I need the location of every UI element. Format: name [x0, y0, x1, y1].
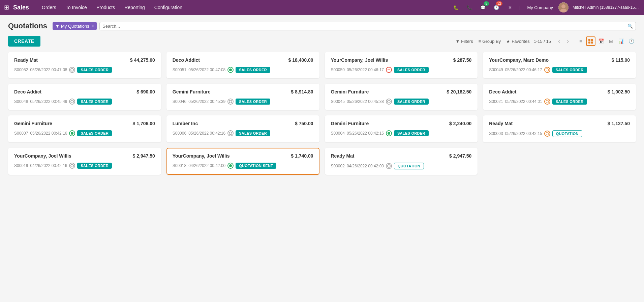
nav-to-invoice[interactable]: To Invoice	[61, 0, 92, 15]
status-icon	[69, 163, 75, 169]
list-view-button[interactable]: ≡	[576, 36, 585, 46]
status-icon	[227, 99, 234, 105]
quotation-card[interactable]: Deco Addict $ 18,400.00 S00051 05/26/202…	[166, 52, 319, 78]
quotation-card[interactable]: Deco Addict $ 1,002.50 S00021 05/26/2022…	[483, 84, 636, 110]
chart-view-button[interactable]: 📊	[616, 36, 626, 46]
status-badge: Sales Order	[552, 99, 587, 105]
activity-view-button[interactable]: 🕐	[626, 36, 636, 46]
card-order-number: S00050	[331, 67, 345, 72]
quotation-card[interactable]: Ready Mat $ 2,947.50 S00002 04/26/2022 0…	[325, 148, 478, 175]
card-customer-name: Ready Mat	[489, 121, 513, 126]
svg-point-19	[386, 99, 392, 104]
status-badge: Sales Order	[236, 99, 270, 105]
card-amount: $ 1,740.00	[291, 153, 313, 159]
my-quotations-filter-tag[interactable]: ▼ My Quotations ×	[53, 22, 97, 30]
bug-icon-btn[interactable]: 🐛	[451, 2, 461, 13]
top-navigation: ⊞ Sales Orders To Invoice Products Repor…	[0, 0, 644, 15]
create-button[interactable]: CREATE	[8, 36, 40, 47]
phone-icon-btn[interactable]: 📞	[464, 2, 475, 13]
card-bottom: S00004 05/26/2022 00:42:15 Sales Order	[331, 130, 472, 136]
chat-icon-btn[interactable]: 💬 5	[478, 2, 488, 13]
status-icon	[386, 163, 392, 169]
nav-products[interactable]: Products	[92, 0, 120, 15]
card-top: YourCompany, Joel Willis $ 287.50	[331, 57, 472, 63]
card-bottom: S00048 05/26/2022 00:45:49 Sales Order	[14, 99, 155, 105]
card-order-number: S00019	[14, 163, 28, 168]
card-bottom: S00021 05/26/2022 00:44:01 Sales Order	[489, 99, 630, 105]
group-by-label: Group By	[482, 39, 501, 44]
quotation-card[interactable]: Ready Mat $ 44,275.00 S00052 05/26/2022 …	[8, 52, 161, 78]
status-icon	[544, 99, 550, 105]
card-bottom: S00049 05/26/2022 00:46:17 Sales Order	[489, 67, 630, 73]
star-icon: ★	[506, 39, 510, 44]
status-badge: Quotation	[552, 130, 582, 137]
card-order-number: S00003	[489, 131, 503, 136]
user-name: Mitchell Admin (15881277-saas-15-1-all)	[573, 5, 640, 10]
filter-tag-label: My Quotations	[61, 24, 89, 29]
company-name[interactable]: My Company	[527, 5, 553, 10]
card-amount: $ 1,002.50	[608, 89, 630, 94]
filter-icon: ▼	[55, 24, 60, 29]
user-avatar[interactable]	[558, 2, 569, 12]
close-icon-btn[interactable]: ✕	[504, 2, 515, 13]
filter-tag-close-btn[interactable]: ×	[91, 23, 94, 29]
search-input[interactable]	[102, 24, 627, 29]
nav-reporting[interactable]: Reporting	[120, 0, 150, 15]
grid-icon[interactable]: ⊞	[4, 4, 9, 11]
card-amount: $ 287.50	[453, 57, 472, 63]
card-top: Lumber Inc $ 750.00	[173, 121, 313, 126]
card-customer-name: Gemini Furniture	[173, 89, 211, 94]
activity-icon-btn[interactable]: 🕐 32	[491, 2, 502, 13]
kanban-view-button[interactable]	[586, 36, 595, 46]
quotation-card[interactable]: Gemini Furniture $ 20,182.50 S00045 05/2…	[325, 84, 478, 110]
favorites-button[interactable]: ★ Favorites	[506, 39, 529, 44]
group-by-button[interactable]: ≡ Group By	[479, 39, 501, 44]
status-icon	[227, 67, 234, 73]
cards-grid: Ready Mat $ 44,275.00 S00052 05/26/2022 …	[8, 52, 636, 175]
card-bottom: S00019 04/26/2022 00:42:16 Sales Order	[14, 163, 155, 169]
status-badge: Sales Order	[394, 67, 429, 73]
status-icon	[386, 99, 392, 105]
card-customer-name: YourCompany, Joel Willis	[331, 57, 388, 63]
quotation-card[interactable]: YourCompany, Joel Willis $ 1,740.00 S000…	[166, 148, 319, 175]
quotation-card[interactable]: Gemini Furniture $ 2,240.00 S00004 05/26…	[325, 115, 478, 142]
activity-badge: 32	[496, 1, 502, 6]
brand-name[interactable]: Sales	[13, 4, 29, 11]
card-order-number: S00049	[489, 67, 503, 72]
quotation-card[interactable]: Gemini Furniture $ 1,706.00 S00007 05/26…	[8, 115, 161, 142]
filters-button[interactable]: ▼ Filters	[455, 39, 473, 44]
pagination-info: 1-15 / 15	[534, 39, 551, 44]
card-date: 05/26/2022 00:46:17	[505, 67, 542, 72]
quotation-card[interactable]: YourCompany, Joel Willis $ 2,947.50 S000…	[8, 148, 161, 175]
prev-page-button[interactable]: ‹	[555, 37, 563, 45]
search-icon[interactable]: 🔍	[627, 24, 633, 29]
quotation-card[interactable]: YourCompany, Joel Willis $ 287.50 S00050…	[325, 52, 478, 78]
nav-configuration[interactable]: Configuration	[150, 0, 187, 15]
quotation-card[interactable]: Ready Mat $ 1,127.50 S00003 05/26/2022 0…	[483, 115, 636, 142]
status-badge: Sales Order	[394, 99, 429, 105]
card-order-number: S00006	[173, 131, 186, 136]
nav-orders[interactable]: Orders	[37, 0, 61, 15]
quotation-card[interactable]: Deco Addict $ 690.00 S00048 05/26/2022 0…	[8, 84, 161, 110]
svg-point-22	[546, 100, 549, 103]
svg-rect-3	[588, 39, 590, 41]
svg-point-7	[69, 67, 75, 73]
next-page-button[interactable]: ›	[564, 37, 572, 45]
status-badge: Sales Order	[236, 130, 270, 136]
phone-icon: 📞	[467, 5, 472, 10]
status-badge: Sales Order	[552, 67, 587, 73]
search-area: ▼ My Quotations × 🔍	[53, 22, 636, 30]
filter-funnel-icon: ▼	[455, 39, 460, 44]
card-customer-name: Ready Mat	[14, 57, 38, 63]
pivot-view-button[interactable]: ⊞	[606, 36, 616, 46]
quotation-card[interactable]: Lumber Inc $ 750.00 S00006 05/26/2022 00…	[166, 115, 319, 142]
card-date: 04/26/2022 00:42:16	[30, 163, 67, 168]
quotation-card[interactable]: Gemini Furniture $ 8,914.80 S00046 05/26…	[166, 84, 319, 110]
card-top: Deco Addict $ 18,400.00	[173, 57, 313, 63]
quotation-card[interactable]: YourCompany, Marc Demo $ 115.00 S00049 0…	[483, 52, 636, 78]
calendar-view-button[interactable]: 📅	[596, 36, 606, 46]
card-order-number: S00007	[14, 131, 28, 136]
card-amount: $ 18,400.00	[288, 57, 313, 63]
card-amount: $ 20,182.50	[447, 89, 471, 94]
nav-menu: Orders To Invoice Products Reporting Con…	[37, 0, 187, 15]
